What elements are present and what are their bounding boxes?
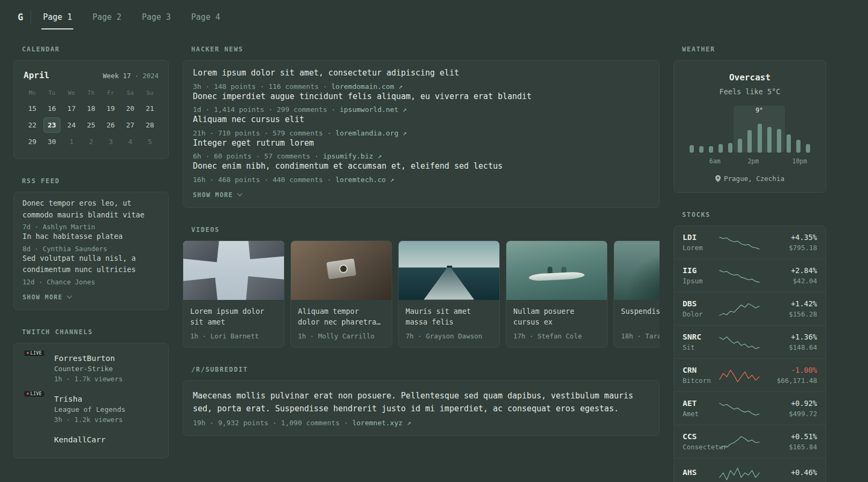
video-body: Nullam posuere cursus ex 17h · Stefan Co… [506, 300, 607, 347]
video-card[interactable]: Aliquam tempor dolor nec pharetra… 1h · … [290, 240, 392, 348]
video-title: Lorem ipsum dolor sit amet consectetu… [190, 306, 277, 328]
stock-row[interactable]: CRN Bitcorn -1.00% $66,171.48 [674, 358, 826, 391]
twitch-channel[interactable]: LIVE ForrestBurton Counter-Strike 1h · 1… [23, 348, 160, 388]
dow-label: Su [140, 86, 160, 100]
hn-item-domain-link[interactable]: loremlandia.org ↗ [335, 129, 407, 137]
dow-label: Fr [101, 86, 121, 100]
twitch-channel[interactable]: LIVE Trisha League of Legends 3h · 1.2k … [23, 388, 160, 429]
top-nav: G Page 1 Page 2 Page 3 Page 4 [0, 0, 868, 34]
rss-item[interactable]: In hac habitasse platea 8d · Cynthia Sau… [23, 231, 160, 253]
calendar-day-cell: 22 [24, 117, 41, 133]
calendar-day-cell-next-month: 3 [102, 134, 119, 149]
rss-item-meta: 12d · Chance Jones [23, 278, 160, 286]
calendar-day-cell: 27 [122, 117, 139, 133]
calendar-day-cell-next-month: 1 [63, 134, 80, 149]
stock-row[interactable]: SNRC Sit +1.36% $148.64 [674, 325, 826, 358]
channel-meta: 1h · 1.7k viewers [54, 375, 123, 383]
stock-row[interactable]: AET Amet +0.92% $499.72 [674, 391, 826, 425]
weather-axis-label: 10pm [792, 157, 807, 165]
calendar-day-cell: 17 [63, 101, 80, 116]
right-column: WEATHER Overcast Feels like 5°C 9° 6am 2… [674, 34, 826, 482]
video-body: Suspendisse diam 18h · Tara [614, 300, 660, 347]
stock-change: +1.42% [766, 299, 817, 308]
stock-values: +0.92% $499.72 [766, 399, 817, 418]
stock-values: +2.84% $42.04 [766, 266, 817, 285]
tab-page-4[interactable]: Page 4 [188, 0, 223, 34]
calendar-year: 2024 [143, 72, 159, 80]
stock-row[interactable]: LDI Lorem +4.35% $795.18 [674, 226, 826, 259]
stock-row[interactable]: DBS Dolor +1.42% $156.28 [674, 292, 826, 325]
dow-label: Th [81, 86, 101, 100]
subreddit-widget: /R/SUBREDDIT Maecenas mollis pulvinar er… [183, 366, 660, 436]
tab-page-2[interactable]: Page 2 [89, 0, 124, 34]
calendar-day-headers: Mo Tu We Th Fr Sa Su [23, 86, 160, 100]
stock-symbol: AET [683, 399, 713, 408]
video-card[interactable]: Lorem ipsum dolor sit amet consectetu… 1… [183, 240, 285, 348]
rss-item[interactable]: Donec tempor eros leo, ut commodo mauris… [23, 198, 160, 231]
stock-price: $165.84 [766, 443, 817, 451]
video-card[interactable]: Mauris sit amet massa felis 7h · Grayson… [398, 240, 500, 348]
tab-page-3[interactable]: Page 3 [139, 0, 174, 34]
channel-info: Trisha League of Legends 3h · 1.2k viewe… [54, 395, 125, 424]
hn-item-domain-link[interactable]: loremtech.co ↗ [335, 176, 394, 184]
hn-item-meta: 21h · 710 points · 579 comments · loreml… [193, 129, 649, 137]
twitch-channel[interactable]: KendallCarr [23, 429, 160, 449]
dashboard-columns: CALENDAR April Week 17 · 2024 Mo Tu We [0, 34, 868, 482]
twitch-widget: TWITCH CHANNELS LIVE ForrestBurton Count… [13, 328, 169, 458]
external-link-icon: ↗ [402, 129, 407, 137]
video-body: Lorem ipsum dolor sit amet consectetu… 1… [183, 300, 284, 347]
stock-sparkline [719, 367, 760, 383]
weather-widget-title: WEATHER [682, 46, 826, 53]
stock-sparkline [719, 268, 760, 284]
channel-game: Counter-Strike [54, 365, 123, 373]
calendar-day-cell: 29 [24, 134, 41, 149]
reddit-post[interactable]: 19h · 9,932 points · 1,090 comments · [193, 419, 352, 427]
external-link-icon: ↗ [407, 419, 411, 427]
stock-symbol: CCS [683, 432, 713, 441]
rss-item-headline: Sed volutpat nulla nisl, a condimentum n… [23, 253, 160, 276]
rss-widget: RSS FEED Donec tempor eros leo, ut commo… [13, 177, 169, 310]
external-link-icon: ↗ [402, 106, 407, 114]
video-thumbnail-canoe [506, 241, 607, 300]
reddit-post[interactable]: Maecenas mollis pulvinar erat non posuer… [193, 389, 649, 416]
video-thumbnail-fog [614, 241, 660, 300]
stock-name: Lorem [683, 244, 713, 252]
app-logo[interactable]: G [13, 12, 31, 22]
stock-name: Bitcorn [683, 376, 713, 385]
stock-sparkline [719, 465, 760, 481]
stock-id: AHS [683, 468, 713, 479]
calendar-day-cell: 25 [83, 117, 100, 133]
calendar-day-cell: 19 [102, 101, 119, 116]
video-card[interactable]: Suspendisse diam 18h · Tara [613, 240, 660, 348]
stock-symbol: LDI [683, 233, 713, 242]
stock-price: $499.72 [766, 410, 817, 418]
hn-show-more-button[interactable]: SHOW MORE [193, 191, 649, 199]
video-title: Mauris sit amet massa felis [406, 306, 492, 328]
stocks-card: LDI Lorem +4.35% $795.18 IIG Ipsum [674, 225, 826, 482]
stock-symbol: CRN [683, 366, 713, 374]
weather-feels-like: Feels like 5°C [683, 87, 817, 96]
weather-peak-temp: 9° [755, 107, 763, 114]
reddit-post-domain-link[interactable]: loremnet.xyz ↗ [352, 419, 411, 427]
calendar-separator: · [134, 72, 139, 80]
hn-item-domain-link[interactable]: loremdomain.com ↗ [331, 82, 402, 91]
video-meta: 7h · Grayson Dawson [406, 332, 492, 340]
hn-item-domain-link[interactable]: ipsumworld.net ↗ [340, 106, 407, 114]
calendar-day-cell: 21 [141, 101, 159, 116]
stock-row[interactable]: AHS +0.46% [674, 458, 826, 482]
hn-item[interactable]: 16h · 468 points · 440 comments · [193, 170, 335, 189]
tab-page-1[interactable]: Page 1 [40, 0, 75, 34]
stock-row[interactable]: CCS Consectetur +0.51% $165.84 [674, 425, 826, 458]
stock-sparkline [719, 401, 760, 417]
hn-item-domain-link[interactable]: ipsumify.biz ↗ [323, 152, 382, 160]
stock-row[interactable]: IIG Ipsum +2.84% $42.04 [674, 259, 826, 292]
videos-widget-title: VIDEOS [191, 226, 660, 234]
calendar-day-cell: 26 [102, 117, 119, 133]
reddit-post-stats: 19h · 9,932 points · 1,090 comments · [193, 419, 348, 427]
rss-show-more-button[interactable]: SHOW MORE [23, 293, 160, 301]
video-card[interactable]: Nullam posuere cursus ex 17h · Stefan Co… [506, 240, 608, 348]
rss-item[interactable]: Sed volutpat nulla nisl, a condimentum n… [23, 253, 160, 286]
stock-change: +1.36% [766, 333, 817, 341]
twitch-widget-title: TWITCH CHANNELS [22, 328, 169, 336]
page-tabs: Page 1 Page 2 Page 3 Page 4 [40, 0, 223, 34]
